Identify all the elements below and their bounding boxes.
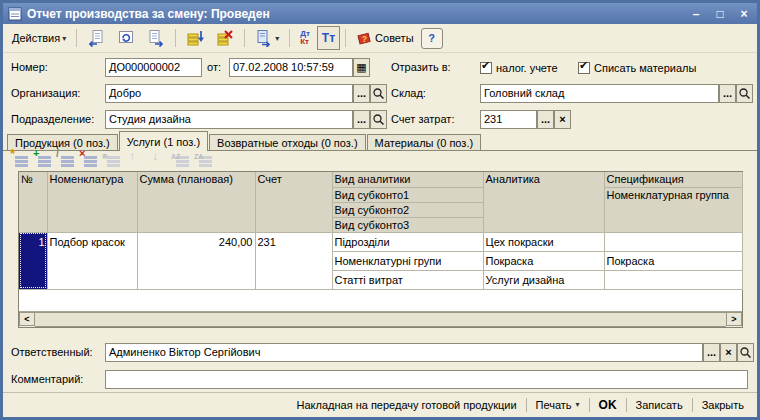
rows-icon: [15, 156, 28, 167]
department-open-button[interactable]: [370, 110, 387, 129]
ok-button[interactable]: OK: [590, 395, 626, 415]
warehouse-select-button[interactable]: ...: [719, 84, 736, 103]
close-window-button[interactable]: Закрыть: [693, 395, 753, 415]
add-row-button[interactable]: *: [10, 151, 29, 168]
tab-returnable-waste[interactable]: Возвратные отходы (0 поз.): [209, 134, 366, 150]
end-edit-button[interactable]: ■: [102, 151, 121, 168]
cost-account-input[interactable]: 231: [480, 110, 537, 129]
column-header-specification[interactable]: Спецификация: [604, 172, 742, 187]
column-header-analytics-kind[interactable]: Вид аналитики: [332, 172, 483, 187]
tab-products[interactable]: Продукция (0 поз.): [7, 134, 118, 150]
unpost-document-button[interactable]: [211, 26, 239, 50]
column-header-account[interactable]: Счет: [255, 172, 332, 232]
tab-materials[interactable]: Материалы (0 поз.): [367, 134, 482, 150]
responsible-clear-button[interactable]: ×: [720, 343, 737, 362]
column-header-subconto3[interactable]: Вид субконто3: [332, 217, 483, 232]
help-button[interactable]: ?: [421, 28, 443, 49]
delete-row-button[interactable]: ×: [79, 151, 98, 168]
column-header-num[interactable]: №: [19, 172, 47, 232]
comment-input[interactable]: [105, 370, 748, 389]
checkbox-checked-icon: ✔: [480, 62, 492, 74]
responsible-input[interactable]: Админенко Віктор Сергійович: [105, 343, 703, 362]
organization-select-button[interactable]: ...: [353, 84, 370, 103]
specification-cell[interactable]: [604, 270, 742, 289]
tax-accounting-checkbox[interactable]: ✔ налог. учете: [480, 58, 558, 77]
invoice-transfer-button[interactable]: Накладная на передачу готовой продукции: [288, 395, 526, 415]
number-input[interactable]: ДО000000002: [105, 58, 202, 77]
column-header-amount[interactable]: Сумма (плановая): [137, 172, 255, 232]
dtkt-icon: Дт Кт: [300, 30, 310, 46]
move-up-button[interactable]: ↑: [125, 151, 144, 168]
tab-strip: Продукция (0 поз.) Услуги (1 поз.) Возвр…: [3, 131, 757, 151]
edit-row-button[interactable]: /: [56, 151, 75, 168]
department-label: Подразделение:: [11, 110, 94, 129]
column-header-subconto2[interactable]: Вид субконто2: [332, 202, 483, 217]
post-document-button[interactable]: [181, 26, 209, 50]
move-down-button[interactable]: ↓: [148, 151, 167, 168]
responsible-open-button[interactable]: [737, 343, 754, 362]
svg-text:?: ?: [362, 33, 367, 43]
specification-cell[interactable]: [604, 232, 742, 251]
scroll-left-icon: <: [24, 314, 29, 324]
save-button[interactable]: Записать: [627, 395, 692, 415]
date-input[interactable]: 07.02.2008 10:57:59: [229, 58, 353, 77]
organization-input[interactable]: Добро: [105, 84, 353, 103]
refresh-icon: [117, 29, 135, 47]
scroll-right-button[interactable]: >: [726, 312, 742, 326]
warehouse-input[interactable]: Головний склад: [480, 84, 719, 103]
toolbar-separator: [244, 29, 245, 47]
organization-open-button[interactable]: [370, 84, 387, 103]
rows-icon: [61, 156, 74, 167]
analytics-cell[interactable]: Услуги дизайна: [483, 270, 604, 289]
tips-button[interactable]: ? Советы: [351, 26, 418, 50]
scrollbar-thumb[interactable]: [35, 312, 726, 327]
nomenclature-cell[interactable]: Подбор красок: [47, 232, 137, 289]
warehouse-open-button[interactable]: [736, 84, 753, 103]
magnifier-icon: [372, 87, 385, 100]
column-header-analytics[interactable]: Аналитика: [483, 172, 604, 232]
department-select-button[interactable]: ...: [353, 110, 370, 129]
analytics-cell[interactable]: Цех покраски: [483, 232, 604, 251]
column-header-nomenclature-group[interactable]: Номенклатурная группа: [604, 187, 742, 232]
specification-cell[interactable]: Покраска: [604, 251, 742, 270]
based-on-icon: [255, 29, 273, 47]
responsible-label: Ответственный:: [11, 343, 93, 362]
toolbar-separator: [175, 29, 176, 47]
writeoff-materials-checkbox[interactable]: ✔ Списать материалы: [578, 58, 696, 77]
analytics-cell[interactable]: Покраска: [483, 251, 604, 270]
actions-menu-button[interactable]: Действия ▾: [7, 26, 71, 50]
main-toolbar: Действия ▾: [3, 24, 757, 53]
create-based-on-button[interactable]: ▾: [250, 26, 284, 50]
reread-document-button[interactable]: [82, 26, 110, 50]
analytics-kind-cell[interactable]: Статті витрат: [332, 270, 483, 289]
date-label: от:: [207, 58, 221, 77]
copy-row-button[interactable]: +: [33, 151, 52, 168]
sort-ascending-button[interactable]: AZ: [171, 151, 190, 168]
description-toggle-button[interactable]: Тт: [317, 26, 340, 50]
row-number-cell[interactable]: 1: [19, 232, 47, 289]
copy-document-button[interactable]: [142, 26, 170, 50]
cost-account-clear-button[interactable]: ×: [554, 110, 571, 129]
calendar-button[interactable]: ▦: [353, 58, 370, 77]
department-input[interactable]: Студия дизайна: [105, 110, 353, 129]
analytics-kind-cell[interactable]: Номенклатурні групи: [332, 251, 483, 270]
analytics-kind-cell[interactable]: Підрозділи: [332, 232, 483, 251]
toolbar-separator: [76, 29, 77, 47]
print-button[interactable]: Печать ▾: [527, 395, 589, 415]
show-postings-button[interactable]: Дт Кт: [295, 26, 315, 50]
column-header-nomenclature[interactable]: Номенклатура: [47, 172, 137, 232]
close-button[interactable]: ×: [736, 7, 752, 21]
maximize-button[interactable]: □: [712, 7, 728, 21]
scroll-left-button[interactable]: <: [19, 312, 35, 326]
responsible-select-button[interactable]: ...: [703, 343, 720, 362]
minimize-button[interactable]: –: [688, 7, 704, 21]
sort-descending-button[interactable]: ZA: [194, 151, 213, 168]
account-cell[interactable]: 231: [255, 232, 332, 289]
doc-arrow-right-icon: [147, 29, 165, 47]
refresh-button[interactable]: [112, 26, 140, 50]
comment-label: Комментарий:: [11, 370, 83, 389]
amount-cell[interactable]: 240,00: [137, 232, 255, 289]
number-label: Номер:: [11, 58, 48, 77]
column-header-subconto1[interactable]: Вид субконто1: [332, 187, 483, 202]
cost-account-select-button[interactable]: ...: [537, 110, 554, 129]
